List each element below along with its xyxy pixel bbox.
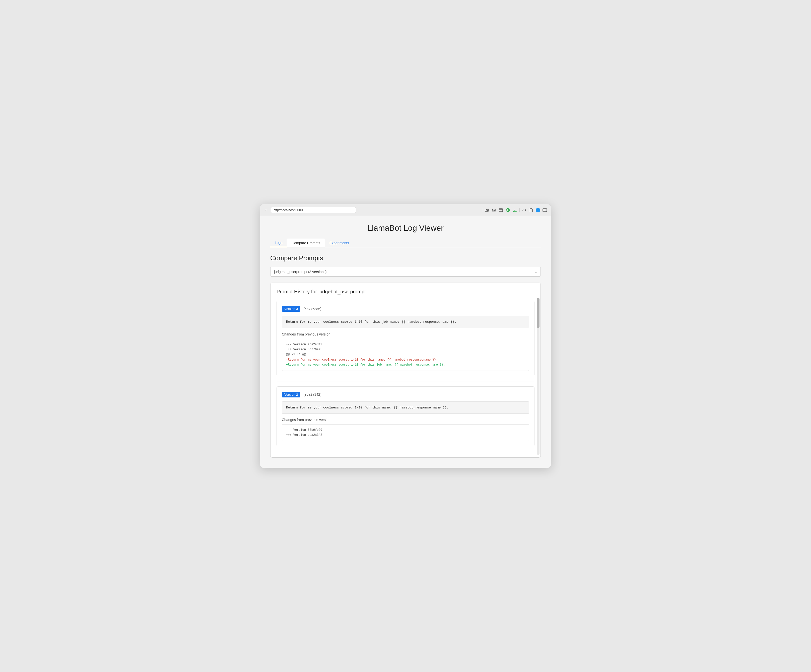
download-icon[interactable]: [512, 208, 517, 213]
page-title: LlamaBot Log Viewer: [270, 223, 541, 233]
sidebar-icon[interactable]: [542, 208, 547, 213]
svg-rect-8: [543, 208, 547, 212]
info-icon: i: [264, 208, 268, 212]
prompt-dropdown-wrapper: judgebot_userprompt (3 versions) ⌄: [270, 267, 541, 277]
svg-point-2: [493, 210, 495, 211]
profile-circle[interactable]: [536, 208, 540, 212]
section-divider: [277, 381, 534, 381]
document-icon[interactable]: [529, 208, 534, 213]
diff-v2-line-1: --- Version 53b9fc29: [286, 428, 525, 433]
toolbar-divider-1: [482, 208, 482, 212]
section-heading: Compare Prompts: [270, 254, 541, 262]
version-2-content: Return for me your coolness score: 1-10 …: [282, 401, 529, 414]
diff-line-2: +++ Version 5b776ea5: [286, 347, 525, 352]
version-3-header: Version 3 (5b776ea5): [282, 306, 529, 311]
browser-toolbar: [482, 208, 547, 213]
scrollbar-thumb[interactable]: [537, 298, 540, 328]
browser-chrome: i http://localhost:8000: [260, 204, 551, 216]
toolbar-divider-2: [519, 208, 520, 212]
prompt-dropdown[interactable]: judgebot_userprompt (3 versions): [270, 267, 541, 277]
diff-line-4: -Return for me your coolness score: 1-10…: [286, 357, 525, 362]
version-3-changes: Changes from previous version: --- Versi…: [282, 332, 529, 371]
window-icon[interactable]: [498, 208, 503, 213]
version-3-badge: Version 3: [282, 306, 300, 311]
screenshot-icon[interactable]: [484, 208, 489, 213]
svg-rect-3: [499, 208, 502, 212]
version-2-changes: Changes from previous version: --- Versi…: [282, 418, 529, 441]
diff-line-3: @@ -1 +1 @@: [286, 352, 525, 357]
version-2-changes-label: Changes from previous version:: [282, 418, 529, 422]
code-icon[interactable]: [522, 208, 527, 213]
url-bar[interactable]: http://localhost:8000: [271, 207, 356, 213]
diff-line-5: +Return for me your coolness score: 1-10…: [286, 362, 525, 367]
version-3-content: Return for me your coolness score: 1-10 …: [282, 316, 529, 328]
camera-icon[interactable]: [491, 208, 496, 213]
version-3-hash: (5b776ea5): [304, 307, 321, 311]
page-content: LlamaBot Log Viewer Logs Compare Prompts…: [260, 216, 551, 468]
svg-point-1: [486, 209, 487, 211]
version-2-header: Version 2 (eda2a342): [282, 392, 529, 398]
tab-logs[interactable]: Logs: [270, 239, 287, 247]
version-3-changes-label: Changes from previous version:: [282, 332, 529, 336]
version-2-hash: (eda2a342): [304, 393, 321, 396]
card-title: Prompt History for judgebot_userprompt: [277, 289, 534, 295]
diff-line-1: --- Version eda2a342: [286, 342, 525, 347]
diff-v2-line-2: +++ Version eda2a342: [286, 433, 525, 438]
tab-bar: Logs Compare Prompts Experiments: [270, 239, 541, 247]
version-block-3: Version 3 (5b776ea5) Return for me your …: [277, 301, 534, 376]
browser-window: i http://localhost:8000: [260, 204, 551, 468]
tab-compare-prompts[interactable]: Compare Prompts: [287, 239, 325, 247]
version-block-2: Version 2 (eda2a342) Return for me your …: [277, 386, 534, 446]
tab-experiments[interactable]: Experiments: [325, 239, 354, 247]
scrollbar-track[interactable]: [537, 298, 540, 455]
globe-icon[interactable]: [506, 208, 511, 213]
version-2-diff: --- Version 53b9fc29 +++ Version eda2a34…: [282, 424, 529, 441]
prompt-history-card: Prompt History for judgebot_userprompt V…: [270, 283, 541, 458]
version-3-diff: --- Version eda2a342 +++ Version 5b776ea…: [282, 339, 529, 371]
version-2-badge: Version 2: [282, 392, 300, 398]
